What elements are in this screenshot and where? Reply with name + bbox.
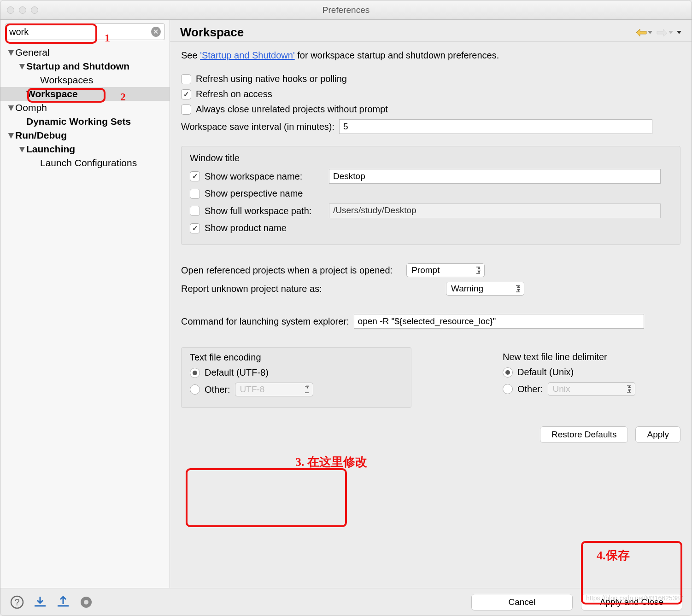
- delimiter-group: New text file line delimiter Default (Un…: [494, 347, 688, 408]
- import-icon[interactable]: [33, 595, 47, 610]
- updown-icon: ▲▼: [476, 266, 481, 274]
- search-input[interactable]: [9, 27, 151, 37]
- tree-item-startup-shutdown[interactable]: ▼ Startup and Shutdown: [0, 59, 170, 73]
- encoding-other-label: Other:: [205, 384, 230, 395]
- updown-icon: ▲▼: [627, 384, 632, 393]
- restore-defaults-button[interactable]: Restore Defaults: [540, 426, 628, 443]
- tree-item-launch-configurations[interactable]: Launch Configurations: [0, 156, 170, 170]
- chevron-down-icon: ▼: [7, 102, 15, 113]
- delimiter-legend: New text file line delimiter: [503, 352, 680, 362]
- svg-point-3: [84, 600, 88, 604]
- preferences-window: Preferences ✕ ▼ General ▼ Startup and Sh…: [0, 0, 692, 616]
- open-referenced-select[interactable]: Prompt ▲▼: [406, 263, 485, 277]
- show-full-path-label: Show full workspace path:: [205, 206, 324, 216]
- delimiter-other-select[interactable]: Unix ▲▼: [548, 382, 635, 396]
- encoding-group: Text file encoding Default (UTF-8) Other…: [181, 347, 411, 408]
- refresh-access-checkbox[interactable]: [181, 89, 191, 99]
- report-unknown-label: Report unknown project nature as:: [181, 284, 432, 294]
- search-container: ✕: [5, 23, 165, 40]
- svg-text:?: ?: [14, 597, 19, 607]
- workspace-name-input[interactable]: [329, 169, 661, 184]
- encoding-default-label: Default (UTF-8): [205, 367, 269, 378]
- tree-item-workspace[interactable]: Workspace: [0, 87, 170, 101]
- preferences-tree: ▼ General ▼ Startup and Shutdown Workspa…: [0, 44, 170, 172]
- tree-item-launching[interactable]: ▼ Launching: [0, 142, 170, 156]
- updown-icon: ▲▼: [516, 284, 521, 292]
- back-button[interactable]: [635, 28, 652, 37]
- show-full-path-checkbox[interactable]: [190, 206, 200, 216]
- encoding-other-select[interactable]: UTF-8 ▼: [235, 383, 313, 396]
- tree-item-run-debug[interactable]: ▼ Run/Debug: [0, 128, 170, 142]
- close-unrelated-label: Always close unrelated projects without …: [196, 104, 388, 115]
- apply-button[interactable]: Apply: [635, 426, 680, 443]
- window-title-legend: Window title: [190, 153, 672, 163]
- window-controls: [7, 6, 38, 14]
- close-unrelated-checkbox[interactable]: [181, 105, 191, 115]
- launch-explorer-label: Command for launching system explorer:: [181, 316, 349, 327]
- chevron-down-icon: ▼: [7, 130, 15, 141]
- delimiter-default-radio[interactable]: [503, 367, 513, 378]
- chevron-down-icon: ▼: [18, 144, 26, 155]
- footer: ? Cancel Apply and Close: [0, 588, 692, 616]
- delimiter-default-label: Default (Unix): [517, 367, 574, 378]
- startup-shutdown-link[interactable]: 'Startup and Shutdown': [200, 50, 295, 60]
- delimiter-other-label: Other:: [517, 384, 543, 395]
- chevron-down-icon: ▼: [18, 61, 26, 72]
- minimize-window-icon[interactable]: [19, 6, 26, 14]
- encoding-default-radio[interactable]: [190, 368, 200, 378]
- forward-button[interactable]: [656, 28, 673, 37]
- show-perspective-name-checkbox[interactable]: [190, 189, 200, 199]
- help-icon[interactable]: ?: [10, 595, 24, 610]
- zoom-window-icon[interactable]: [31, 6, 38, 14]
- delimiter-other-radio[interactable]: [503, 384, 513, 394]
- full-path-display: /Users/study/Desktop: [329, 203, 661, 218]
- page-title: Workspace: [180, 25, 244, 40]
- window-title: Preferences: [0, 5, 692, 15]
- save-interval-input[interactable]: [339, 119, 652, 134]
- show-workspace-name-checkbox[interactable]: [190, 171, 200, 181]
- open-referenced-label: Open referenced projects when a project …: [181, 265, 393, 276]
- encoding-legend: Text file encoding: [190, 352, 403, 363]
- updown-icon: ▼: [305, 385, 310, 389]
- watermark: https://blog.csdn.net/M316625387: [586, 594, 683, 602]
- refresh-access-label: Refresh on access: [196, 89, 272, 99]
- arrow-left-icon: [635, 28, 647, 37]
- dropdown-icon: [669, 31, 673, 34]
- titlebar: Preferences: [0, 0, 692, 20]
- content-pane: Workspace See 'Startup and Shutdown' for: [170, 20, 692, 588]
- arrow-right-icon: [656, 28, 668, 37]
- export-icon[interactable]: [56, 595, 70, 610]
- close-window-icon[interactable]: [7, 6, 14, 14]
- report-unknown-select[interactable]: Warning ▲▼: [446, 282, 524, 296]
- content-header: Workspace: [170, 20, 692, 42]
- clear-search-icon[interactable]: ✕: [151, 27, 161, 37]
- dropdown-icon: [648, 31, 652, 34]
- view-menu-icon[interactable]: [677, 31, 681, 34]
- encoding-other-radio[interactable]: [190, 384, 200, 395]
- cancel-button[interactable]: Cancel: [471, 594, 573, 610]
- refresh-native-label: Refresh using native hooks or polling: [196, 74, 347, 84]
- show-product-name-label: Show product name: [205, 223, 324, 233]
- chevron-down-icon: ▼: [7, 47, 15, 58]
- window-title-group: Window title Show workspace name: Show p…: [181, 146, 680, 245]
- sidebar: ✕ ▼ General ▼ Startup and Shutdown Works…: [0, 20, 170, 588]
- tree-item-workspaces[interactable]: Workspaces: [0, 73, 170, 87]
- show-perspective-name-label: Show perspective name: [205, 188, 324, 199]
- launch-explorer-input[interactable]: [354, 314, 644, 329]
- tree-item-oomph[interactable]: ▼ Oomph: [0, 101, 170, 115]
- tree-item-general[interactable]: ▼ General: [0, 46, 170, 59]
- show-workspace-name-label: Show workspace name:: [205, 171, 324, 182]
- tree-item-dynamic-working-sets[interactable]: Dynamic Working Sets: [0, 115, 170, 128]
- save-interval-label: Workspace save interval (in minutes):: [181, 122, 334, 132]
- show-product-name-checkbox[interactable]: [190, 223, 200, 233]
- refresh-native-checkbox[interactable]: [181, 74, 191, 84]
- oomph-icon[interactable]: [79, 595, 94, 610]
- intro-text: See 'Startup and Shutdown' for workspace…: [181, 50, 680, 61]
- nav-toolbar: [635, 28, 681, 37]
